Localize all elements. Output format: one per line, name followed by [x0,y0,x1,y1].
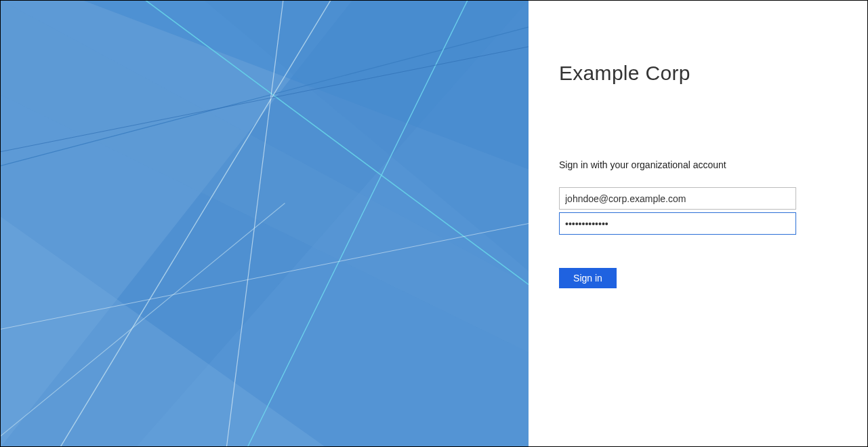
signin-instruction: Sign in with your organizational account [559,159,827,170]
password-field[interactable] [559,212,796,235]
signin-page: Example Corp Sign in with your organizat… [0,0,868,447]
organization-name: Example Corp [559,62,827,85]
illustration-svg [1,1,529,446]
signin-button[interactable]: Sign in [559,268,617,288]
form-panel: Example Corp Sign in with your organizat… [529,1,867,446]
illustration-panel [1,1,529,446]
username-field[interactable] [559,187,796,210]
